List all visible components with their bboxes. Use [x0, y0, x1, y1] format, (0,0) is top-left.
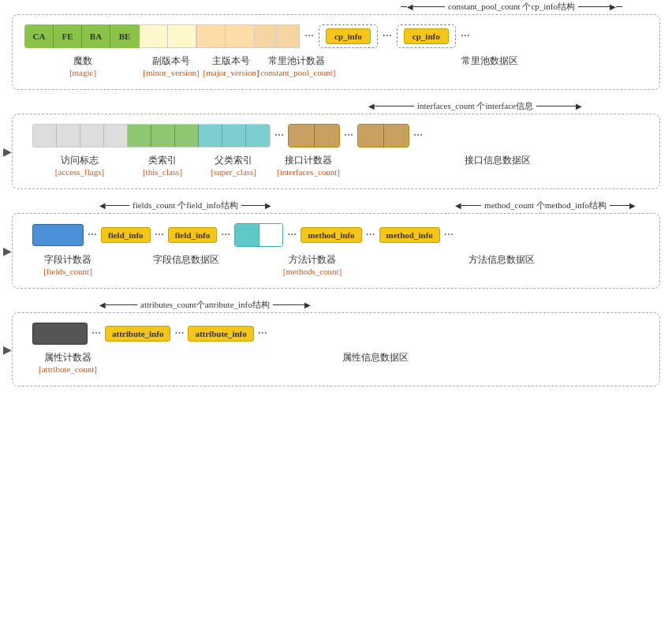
label-fcount: 字段计数器 [fields_count] [32, 253, 103, 276]
dots-2: ··· [378, 24, 397, 48]
label-acount-en: [attribute_count] [39, 364, 97, 374]
dots-s3-3: ··· [217, 228, 234, 242]
sec3-methods-bracket: ◀ method_count 个method_info结构 ▶ [455, 200, 636, 211]
sec1-bracket-label: ◀ constant_pool_count 个cp_info结构 ▶ [401, 1, 622, 13]
dots-s2-3: ··· [409, 124, 427, 147]
minor-block-1 [140, 25, 168, 47]
label-magic-en: [magic] [69, 68, 96, 77]
methods-count-block [234, 223, 283, 247]
label-cpdata: 常里池数据区 [332, 54, 648, 68]
cpc-block-1 [255, 25, 277, 47]
label-cpc: 常里池计数器 [constant_pool_count] [261, 54, 332, 77]
dots-s3-6: ··· [440, 228, 457, 242]
label-acount-cn: 属性计数器 [44, 351, 91, 364]
ba-block: BA [82, 25, 110, 47]
field-info-1: field_info [101, 227, 151, 243]
sec2-dashed-box: ▶ ◀ interfaces_count 个interface信息 ▶ [12, 114, 660, 189]
label-fdata: 字段信息数据区 [103, 253, 269, 267]
cpc-block-2 [277, 25, 299, 47]
methods-bracket-text: method_count 个method_info结构 [484, 200, 607, 211]
iface-group-2 [357, 124, 409, 147]
sec3-labels: 字段计数器 [fields_count] 字段信息数据区 方法计数器 [meth… [32, 253, 648, 276]
label-icount-cn: 接口计数器 [285, 154, 332, 167]
dots-3: ··· [456, 24, 475, 48]
dots-s3-4: ··· [283, 228, 301, 242]
iface-group-1 [288, 124, 340, 147]
fe-block: FE [54, 25, 82, 47]
green-3 [175, 125, 199, 147]
major-blocks [197, 24, 255, 48]
fields-count-block [32, 224, 84, 246]
minor-blocks [140, 24, 197, 48]
label-adata: 属性信息数据区 [103, 351, 648, 364]
sec2-bracket-text: interfaces_count 个interface信息 [417, 100, 533, 112]
attr-count-block [32, 323, 88, 345]
label-acount: 属性计数器 [attribute_count] [32, 351, 103, 374]
section1: ◀ constant_pool_count 个cp_info结构 ▶ CA FE… [12, 14, 660, 90]
label-fdata-cn: 字段信息数据区 [153, 253, 219, 267]
diagram-container: ◀ constant_pool_count 个cp_info结构 ▶ CA FE… [0, 0, 672, 409]
gray-2 [57, 125, 80, 147]
teal-2 [222, 125, 246, 147]
major-block-1 [197, 25, 226, 47]
label-idata: 接口信息数据区 [348, 154, 648, 167]
cpc-blocks [255, 24, 300, 48]
ca-block: CA [25, 25, 54, 47]
label-super-cn: 父类索引 [215, 154, 252, 167]
label-super: 父类索引 [super_class] [198, 154, 269, 177]
label-access-en: [access_flags] [55, 167, 104, 177]
label-fcount-en: [fields_count] [43, 267, 92, 276]
label-mcount-cn: 方法计数器 [289, 253, 336, 267]
sec4-blocks-row: ··· attribute_info ··· attribute_info ··… [32, 323, 648, 345]
label-this-en: [this_class] [143, 167, 182, 177]
be-block: BE [110, 25, 139, 47]
dots-1: ··· [300, 24, 319, 48]
label-cpc-en: [constant_pool_count] [258, 68, 336, 77]
teal-3 [246, 125, 270, 147]
mc-2 [259, 224, 282, 246]
dots-s3-1: ··· [84, 228, 101, 242]
label-magic: 魔数 [magic] [24, 54, 141, 77]
label-mcount: 方法计数器 [methods_count] [269, 253, 356, 276]
gray-3 [80, 125, 104, 147]
dots-s3-5: ··· [362, 228, 379, 242]
green-2 [151, 125, 175, 147]
label-fcount-cn: 字段计数器 [44, 253, 91, 267]
cpinfo-box-2: cp_info [404, 28, 449, 44]
sec3-blocks-row: ··· field_info ··· field_info ··· ··· me… [32, 223, 648, 247]
label-minor: 副版本号 [minor_version] [141, 54, 201, 77]
sec2-blocks-row: ··· ··· ··· [32, 124, 648, 147]
mc-1 [235, 224, 259, 246]
label-access: 访问标志 [access_flags] [32, 154, 127, 177]
label-major-en: [major_version] [203, 68, 259, 77]
dots-s2-1: ··· [271, 124, 288, 147]
sec3-dashed-box: ▶ ◀ fields_count 个field_info结构 ▶ ◀ metho… [12, 213, 660, 289]
dots-s4-1: ··· [88, 327, 105, 341]
dots-s4-2: ··· [170, 327, 188, 341]
section3: ▶ ◀ fields_count 个field_info结构 ▶ ◀ metho… [12, 213, 660, 289]
sec1-dashed-box: ◀ constant_pool_count 个cp_info结构 ▶ CA FE… [12, 14, 660, 90]
sec4-dashed-box: ▶ ◀ attributes_count个attribute_info结构 ▶ … [12, 312, 660, 386]
minor-block-2 [168, 25, 196, 47]
sec4-bracket-text: attributes_count个attribute_info结构 [140, 299, 270, 311]
green-1 [128, 125, 151, 147]
label-cpc-cn: 常里池计数器 [268, 54, 325, 68]
label-icount-en: [interfaces_count] [277, 167, 340, 177]
sec2-bracket: ◀ interfaces_count 个interface信息 ▶ [368, 100, 582, 112]
iface-2a [358, 125, 383, 147]
attr-info-2: attribute_info [188, 326, 253, 342]
label-this-cn: 类索引 [148, 154, 177, 167]
label-mdata: 方法信息数据区 [356, 253, 648, 267]
method-info-2: method_info [379, 227, 440, 243]
teal-1 [199, 125, 222, 147]
label-adata-cn: 属性信息数据区 [342, 351, 409, 364]
section2: ▶ ◀ interfaces_count 个interface信息 ▶ [12, 114, 660, 189]
field-info-2: field_info [168, 227, 218, 243]
sec4-labels: 属性计数器 [attribute_count] 属性信息数据区 [32, 351, 648, 374]
label-idata-cn: 接口信息数据区 [465, 154, 531, 167]
gray-4 [104, 125, 128, 147]
label-icount: 接口计数器 [interfaces_count] [269, 154, 348, 177]
method-info-1: method_info [301, 227, 361, 243]
attr-info-1: attribute_info [105, 326, 170, 342]
label-major-cn: 主版本号 [212, 54, 250, 68]
